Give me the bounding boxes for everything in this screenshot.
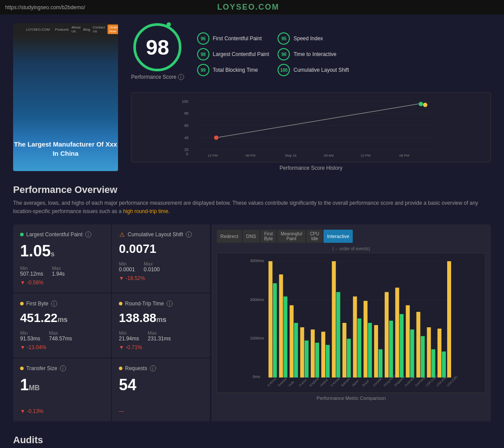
- card-rtt-title: Round-Trip Time i: [119, 301, 203, 307]
- score-info-icon[interactable]: i: [178, 74, 184, 80]
- metric-label-tti: Time to Interactive: [293, 51, 336, 57]
- svg-text:20: 20: [184, 147, 189, 152]
- svg-text:Ireland: Ireland: [320, 378, 328, 387]
- rtt-status-dot: [119, 302, 122, 305]
- card-fb-title: First Byte i: [20, 301, 104, 307]
- metric-cls: 100 Cumulative Layout Shift: [278, 64, 350, 76]
- performance-score-value: 98: [146, 35, 169, 60]
- svg-text:06 AM: 06 AM: [324, 154, 334, 158]
- svg-rect-62: [442, 352, 446, 378]
- svg-text:France: France: [299, 378, 307, 387]
- svg-rect-31: [279, 275, 283, 378]
- bar-chart-svg: 3000ms 2000ms 1000ms 0ms: [221, 257, 482, 389]
- svg-text:Japan: Japan: [351, 379, 359, 387]
- svg-rect-63: [447, 261, 451, 378]
- lcp-info-icon[interactable]: i: [85, 231, 91, 238]
- card-lcp-minmax: Min507.12ms Max1.94s: [20, 266, 104, 277]
- tab-first-byte[interactable]: FirstByte: [261, 230, 276, 243]
- fb-info-icon[interactable]: i: [51, 301, 57, 307]
- svg-rect-42: [336, 292, 340, 378]
- card-lcp-change: ▼ -0.56%: [20, 280, 104, 286]
- svg-text:S Africa: S Africa: [267, 378, 276, 387]
- svg-rect-44: [347, 339, 351, 378]
- rtt-info-icon[interactable]: i: [167, 301, 173, 307]
- card-rtt-value: 138.88ms: [119, 311, 203, 325]
- svg-text:12 PM: 12 PM: [208, 154, 218, 158]
- svg-rect-40: [326, 345, 330, 378]
- card-rtt-change: ▼ -0.71%: [119, 344, 203, 350]
- svg-point-14: [423, 103, 428, 107]
- svg-text:1000ms: 1000ms: [250, 336, 264, 341]
- svg-rect-58: [421, 336, 425, 378]
- svg-rect-54: [400, 314, 403, 378]
- svg-point-13: [419, 102, 423, 106]
- tab-cpu-idle[interactable]: CPUIdle: [306, 230, 323, 243]
- comparison-chart-footer: Performance Metric Comparison: [217, 396, 486, 401]
- card-ts: Transfer Size i 1MB ▼ -0.13%: [13, 358, 111, 421]
- fb-status-dot: [20, 302, 24, 305]
- metric-label-fcp: First Contentful Paint: [213, 35, 262, 42]
- metric-label-lcp: Largest Contentful Paint: [213, 51, 269, 57]
- svg-rect-38: [315, 343, 319, 378]
- svg-text:40: 40: [184, 136, 189, 140]
- card-fb-change: ▼ -13.04%: [20, 344, 104, 350]
- performance-section: LOYSEO.COM Products About Us Blog Contac…: [13, 23, 491, 171]
- svg-rect-49: [374, 325, 378, 378]
- svg-rect-47: [364, 301, 368, 378]
- overview-section: Performance Overview The averages, lows,…: [13, 184, 491, 421]
- nav-cta: Order Now: [108, 24, 118, 34]
- svg-rect-33: [290, 305, 294, 378]
- svg-rect-45: [353, 297, 357, 378]
- performance-score-label: Performance Score i: [131, 74, 184, 80]
- metric-label-si: Speed Index: [293, 35, 323, 42]
- svg-text:0ms: 0ms: [253, 374, 261, 379]
- cls-info-icon[interactable]: i: [186, 231, 192, 238]
- card-req: Requests i 54 —: [112, 358, 210, 421]
- svg-rect-46: [358, 318, 361, 378]
- tab-interactive[interactable]: Interactive: [323, 230, 353, 243]
- metric-badge-lcp: 98: [197, 48, 209, 60]
- main-content: LOYSEO.COM Products About Us Blog Contac…: [0, 14, 504, 448]
- svg-rect-37: [311, 329, 315, 378]
- svg-rect-56: [410, 329, 414, 378]
- svg-text:S Korea: S Korea: [330, 377, 340, 387]
- card-cls-change: ▼ -18.52%: [119, 275, 203, 281]
- card-req-change: —: [119, 408, 203, 414]
- card-rtt-minmax: Min21.94ms Max231.31ms: [119, 330, 203, 342]
- svg-rect-30: [273, 284, 277, 378]
- tab-redirect[interactable]: Redirect: [217, 230, 242, 243]
- card-cls-minmax: Min0.0001 Max0.0100: [119, 261, 203, 273]
- svg-text:2000ms: 2000ms: [250, 298, 264, 302]
- metric-badge-tbt: 99: [197, 64, 209, 76]
- card-lcp-title: Largest Contentful Paint i: [20, 231, 104, 238]
- svg-text:May 16: May 16: [285, 154, 296, 158]
- metric-tbt: 99 Total Blocking Time: [197, 64, 269, 76]
- screenshot-text: The Largest Manufacturer Of Xxx In China: [13, 140, 118, 158]
- metric-tti: 98 Time to Interactive: [278, 48, 350, 60]
- svg-text:60: 60: [184, 123, 189, 128]
- score-circle: 98: [133, 23, 181, 71]
- chart-label: Performance Score History: [131, 165, 491, 171]
- nav-item-3: Blog: [83, 28, 90, 32]
- svg-rect-53: [395, 288, 399, 378]
- score-circle-area: 98 Performance Score i: [131, 23, 184, 85]
- card-cls: ⚠ Cumulative Layout Shift i 0.0071 Min0.…: [112, 224, 210, 293]
- high-rtt-link[interactable]: high round-trip time.: [123, 208, 170, 214]
- tab-dns[interactable]: DNS: [243, 230, 260, 243]
- svg-text:80: 80: [184, 111, 189, 116]
- svg-point-12: [214, 136, 219, 140]
- card-cls-title: ⚠ Cumulative Layout Shift i: [119, 231, 203, 238]
- svg-rect-48: [368, 323, 372, 378]
- ts-info-icon[interactable]: i: [60, 365, 66, 371]
- url-display: https://studyingseo.com/b2bdemo/: [5, 4, 85, 10]
- overview-desc: The averages, lows, and highs of each ma…: [13, 199, 491, 216]
- tab-meaningful-paint[interactable]: MeaningfulPaint: [277, 230, 306, 243]
- score-area: 98 Performance Score i 96 First Contentf…: [131, 23, 491, 85]
- metric-label-tbt: Total Blocking Time: [213, 67, 258, 73]
- svg-text:Canada: Canada: [372, 378, 382, 387]
- overview-title: Performance Overview: [13, 184, 491, 196]
- req-info-icon[interactable]: i: [150, 365, 156, 371]
- metric-lcp: 98 Largest Contentful Paint: [197, 48, 269, 60]
- metric-si: 95 Speed Index: [278, 32, 350, 45]
- card-ts-change: ▼ -0.13%: [20, 408, 104, 414]
